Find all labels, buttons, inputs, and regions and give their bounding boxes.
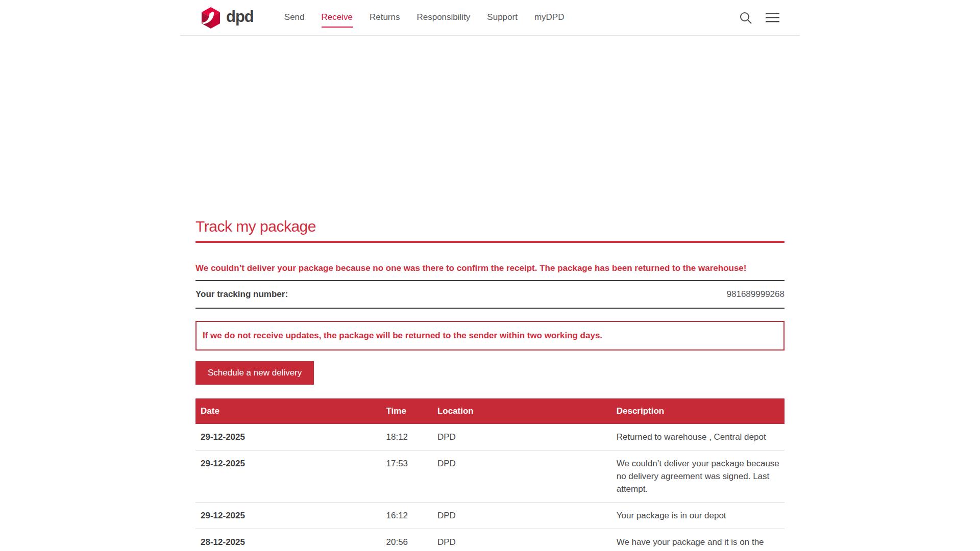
cell-description: Your package is in our depot (611, 502, 785, 529)
return-warning-box: If we do not receive updates, the packag… (195, 321, 785, 350)
site-header: dpd Send Receive Returns Responsibility … (0, 0, 980, 36)
table-row: 29-12-2025 18:12 DPD Returned to warehou… (195, 424, 785, 450)
cell-date: 28-12-2025 (195, 529, 381, 551)
cell-date: 29-12-2025 (195, 450, 381, 502)
nav-item-support[interactable]: Support (487, 12, 518, 28)
tracking-number-label: Your tracking number: (195, 289, 288, 299)
cell-description: We have your package and it is on the wa… (611, 529, 785, 551)
page: dpd Send Receive Returns Responsibility … (0, 0, 980, 551)
column-header-location: Location (432, 398, 611, 424)
cell-time: 16:12 (381, 502, 432, 529)
column-header-time: Time (381, 398, 432, 424)
tracking-number-row: Your tracking number: 981689999268 (195, 280, 785, 309)
dpd-logo-wordmark: dpd (226, 9, 254, 27)
search-icon[interactable] (739, 11, 752, 24)
cell-location: DPD (432, 450, 611, 502)
cell-date: 29-12-2025 (195, 424, 381, 450)
title-underline (195, 241, 785, 243)
cell-description: We couldn’t deliver your package because… (611, 450, 785, 502)
cell-location: DPD (432, 502, 611, 529)
nav-item-returns[interactable]: Returns (370, 12, 400, 28)
delivery-alert-text: We couldn’t deliver your package because… (195, 264, 785, 273)
table-header-row: Date Time Location Description (195, 398, 785, 424)
tracking-history-table: Date Time Location Description 29-12-202… (195, 398, 785, 551)
cell-date: 29-12-2025 (195, 502, 381, 529)
cell-location: DPD (432, 529, 611, 551)
column-header-date: Date (195, 398, 381, 424)
menu-icon[interactable] (766, 13, 779, 22)
schedule-new-delivery-button[interactable]: Schedule a new delivery (195, 361, 314, 385)
dpd-logo[interactable]: dpd (201, 7, 254, 29)
nav-item-mydpd[interactable]: myDPD (534, 12, 565, 28)
page-title: Track my package (195, 218, 785, 235)
cell-location: DPD (432, 424, 611, 450)
cell-time: 20:56 (381, 529, 432, 551)
column-header-description: Description (611, 398, 785, 424)
dpd-cube-icon (201, 7, 221, 29)
nav-item-receive[interactable]: Receive (322, 12, 353, 28)
tracking-number-value: 981689999268 (727, 289, 785, 299)
table-row: 29-12-2025 17:53 DPD We couldn’t deliver… (195, 450, 785, 502)
main-nav: Send Receive Returns Responsibility Supp… (284, 12, 565, 23)
nav-item-responsibility[interactable]: Responsibility (416, 12, 470, 28)
cell-time: 17:53 (381, 450, 432, 502)
table-row: 29-12-2025 16:12 DPD Your package is in … (195, 502, 785, 529)
cell-description: Returned to warehouse , Central depot (611, 424, 785, 450)
nav-item-send[interactable]: Send (284, 12, 305, 28)
return-warning-text: If we do not receive updates, the packag… (203, 331, 602, 340)
cell-time: 18:12 (381, 424, 432, 450)
table-row: 28-12-2025 20:56 DPD We have your packag… (195, 529, 785, 551)
tracking-content: Track my package We couldn’t deliver you… (195, 36, 785, 551)
